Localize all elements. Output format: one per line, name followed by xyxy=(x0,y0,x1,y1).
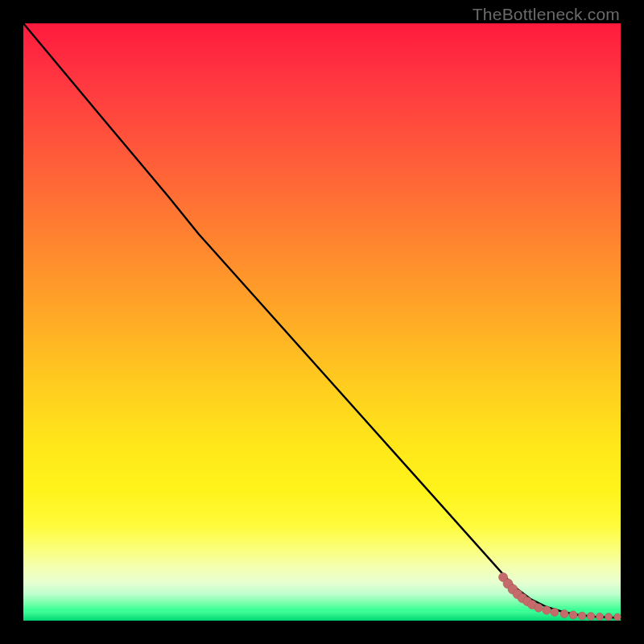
data-point xyxy=(587,613,595,621)
data-point xyxy=(551,609,559,617)
data-point xyxy=(614,613,621,621)
data-point xyxy=(578,612,586,620)
data-point xyxy=(569,611,577,619)
data-point xyxy=(597,613,604,621)
chart-background-gradient xyxy=(23,23,621,621)
measured-points xyxy=(499,573,621,621)
bottleneck-curve xyxy=(23,23,621,618)
chart-svg xyxy=(23,23,621,621)
chart-frame xyxy=(23,23,621,621)
data-point xyxy=(543,606,551,614)
data-point xyxy=(560,610,568,618)
data-point xyxy=(535,604,543,612)
data-point xyxy=(605,613,613,621)
watermark-text: TheBottleneck.com xyxy=(473,5,620,24)
curve-path xyxy=(23,23,621,618)
